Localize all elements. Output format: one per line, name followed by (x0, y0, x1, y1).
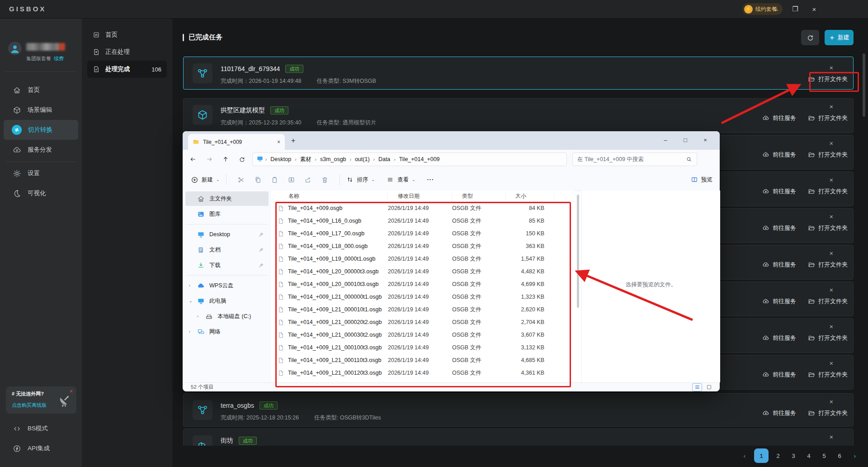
go-to-service-button[interactable]: 前往服务 (762, 261, 796, 269)
file-row[interactable]: Tile_+014_+009_L21_000010t1.osgb2026/1/1… (271, 303, 575, 316)
close-icon[interactable]: × (830, 360, 833, 367)
pagination-page-1[interactable]: 1 (754, 448, 769, 463)
tab-close-icon[interactable]: × (277, 139, 280, 145)
thumbnail-view-toggle[interactable] (704, 384, 713, 391)
search-input[interactable]: 在 Tile_+014_+009 中搜索 (572, 152, 697, 166)
breadcrumb-item[interactable]: Desktop (269, 155, 293, 163)
nav-item-此电脑[interactable]: ⌄此电脑 (185, 294, 269, 308)
close-icon[interactable]: × (830, 64, 833, 71)
file-row[interactable]: Tile_+014_+009_L21_000020t2.osgb2026/1/1… (271, 316, 575, 329)
close-icon[interactable]: × (830, 140, 833, 147)
refresh-icon[interactable] (236, 153, 248, 165)
file-row[interactable]: Tile_+014_+009_L20_00000t3.osgb2026/1/19… (271, 265, 575, 278)
nav-item-主文件夹[interactable]: 主文件夹 (185, 191, 269, 206)
cut-icon[interactable] (237, 176, 245, 184)
sidebar-item-服务分发[interactable]: 服务分发 (4, 140, 78, 160)
column-header-名称[interactable]: 名称 (271, 192, 388, 200)
close-icon[interactable]: × (830, 250, 833, 257)
file-row[interactable]: Tile_+014_+009_L21_000100t3.osgb2026/1/1… (271, 341, 575, 354)
details-view-toggle[interactable] (693, 384, 702, 391)
go-to-service-button[interactable]: 前往服务 (762, 187, 796, 195)
file-row[interactable]: Tile_+014_+009_L20_00010t3.osgb2026/1/19… (271, 278, 575, 291)
view-button[interactable]: 查看⌄ (387, 176, 415, 184)
window-close-button[interactable]: × (805, 0, 823, 18)
chevron-icon[interactable]: › (189, 329, 190, 334)
go-to-service-button[interactable]: 前往服务 (762, 297, 796, 305)
file-row[interactable]: Tile_+014_+009_L18_000.osgb2026/1/19 14:… (271, 240, 575, 253)
pagination-page-4[interactable]: 4 (803, 450, 815, 462)
pagination-page-2[interactable]: 2 (772, 450, 784, 462)
chevron-icon[interactable]: › (197, 314, 198, 319)
pagination-prev[interactable]: ‹ (739, 450, 750, 462)
buy-offline-link[interactable]: 点击购买离线版 (12, 402, 47, 409)
pagination-next[interactable]: › (849, 450, 861, 462)
sidebar-tool-BS模式[interactable]: BS模式 (4, 419, 78, 438)
open-folder-button[interactable]: 打开文件夹 (808, 187, 848, 195)
open-folder-button[interactable]: 打开文件夹 (808, 334, 848, 342)
submenu-item-首页[interactable]: 首页 (87, 26, 167, 43)
copy-icon[interactable] (254, 176, 262, 184)
close-icon[interactable]: × (830, 213, 833, 220)
this-pc-icon[interactable] (256, 155, 264, 164)
breadcrumb-item[interactable]: 素材 (298, 155, 313, 164)
file-row[interactable]: Tile_+014_+009_L16_0.osgb2026/1/19 14:49… (271, 214, 575, 227)
sidebar-item-切片转换[interactable]: 切片转换 (4, 120, 78, 140)
sidebar-tool-API集成[interactable]: API集成 (4, 438, 78, 458)
open-folder-button[interactable]: 打开文件夹 (808, 409, 848, 417)
go-to-service-button[interactable]: 前往服务 (762, 224, 796, 232)
rename-icon[interactable] (288, 176, 295, 184)
close-icon[interactable]: × (830, 286, 833, 294)
sort-button[interactable]: 排序⌄ (346, 176, 375, 184)
open-folder-button[interactable]: 打开文件夹 (808, 371, 848, 379)
pagination-page-3[interactable]: 3 (788, 450, 799, 462)
refresh-button[interactable] (801, 30, 819, 45)
file-row[interactable]: Tile_+014_+009_L19_0000t1.osgb2026/1/19 … (271, 253, 575, 265)
explorer-tab[interactable]: Tile_+014_+009 × (188, 134, 285, 150)
open-folder-button[interactable]: 打开文件夹 (808, 151, 848, 159)
chevron-icon[interactable]: ⌄ (189, 299, 193, 303)
preview-toggle-button[interactable]: 预览 (691, 176, 712, 184)
pagination-page-6[interactable]: 6 (834, 450, 845, 462)
open-folder-button[interactable]: 打开文件夹 (808, 75, 848, 83)
close-icon[interactable]: × (830, 176, 833, 184)
nav-item-下载[interactable]: 下载 (185, 258, 269, 272)
open-folder-button[interactable]: 打开文件夹 (808, 297, 848, 305)
column-header-类型[interactable]: 类型 (452, 192, 505, 200)
file-row[interactable]: Tile_+014_+009_L21_000000t1.osgb2026/1/1… (271, 291, 575, 303)
new-tab-button[interactable]: + (291, 137, 295, 145)
close-icon[interactable]: × (830, 398, 833, 405)
explorer-close-button[interactable]: × (696, 133, 714, 147)
up-icon[interactable] (220, 153, 231, 165)
sidebar-item-可视化[interactable]: 可视化 (4, 183, 78, 203)
column-header-大小[interactable]: 大小 (505, 192, 554, 200)
open-folder-button[interactable]: 打开文件夹 (808, 224, 848, 232)
close-icon[interactable]: × (830, 323, 833, 330)
open-folder-button[interactable]: 打开文件夹 (808, 114, 848, 122)
breadcrumb-item[interactable]: Tile_+014_+009 (397, 155, 442, 163)
list-scrollbar[interactable] (577, 195, 579, 308)
delete-icon[interactable] (321, 176, 329, 184)
new-menu-button[interactable]: 新建⌄ (191, 176, 220, 184)
breadcrumb-item[interactable]: s3m_osgb (318, 155, 348, 163)
nav-item-本地磁盘 (C:)[interactable]: ›本地磁盘 (C:) (185, 309, 269, 324)
avatar[interactable] (8, 42, 22, 55)
explorer-maximize-button[interactable]: □ (676, 133, 694, 147)
go-to-service-button[interactable]: 前往服务 (762, 371, 796, 379)
nav-item-WPS云盘[interactable]: ›WPS云盘 (185, 278, 269, 293)
file-row[interactable]: Tile_+014_+009.osgb2026/1/19 14:49OSGB 文… (271, 202, 575, 214)
window-minimize-button[interactable]: – (767, 0, 785, 18)
file-row[interactable]: Tile_+014_+009_L17_00.osgb2026/1/19 14:4… (271, 227, 575, 240)
sidebar-item-首页[interactable]: 首页 (4, 80, 78, 100)
nav-item-网络[interactable]: ›网络 (185, 324, 269, 339)
renew-link[interactable]: 续费 (54, 56, 64, 61)
chevron-icon[interactable]: › (189, 283, 190, 288)
go-to-service-button[interactable]: 前往服务 (762, 151, 796, 159)
open-folder-button[interactable]: 打开文件夹 (808, 261, 848, 269)
paste-icon[interactable] (271, 176, 278, 184)
close-icon[interactable]: × (830, 103, 833, 110)
go-to-service-button[interactable]: 前往服务 (762, 114, 796, 122)
submenu-item-正在处理[interactable]: 正在处理 (87, 43, 167, 61)
nav-item-图库[interactable]: 图库 (185, 207, 269, 221)
breadcrumb-item[interactable]: Data (377, 155, 392, 163)
close-icon[interactable]: × (830, 434, 833, 441)
